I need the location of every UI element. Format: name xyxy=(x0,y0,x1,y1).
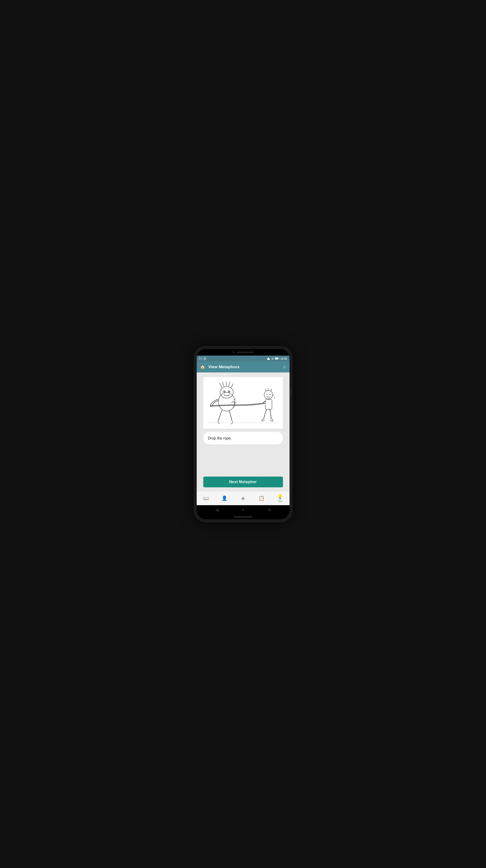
svg-line-17 xyxy=(229,382,230,386)
svg-point-35 xyxy=(270,394,270,395)
status-time: 12:52 xyxy=(281,357,287,360)
download-status-icon xyxy=(203,357,206,360)
metaphor-text-card: Drop the rope. xyxy=(203,432,283,445)
svg-rect-5 xyxy=(271,357,272,360)
notes-icon: 📋 xyxy=(259,495,264,501)
tips-label: Tips xyxy=(278,500,282,502)
image-status-icon xyxy=(199,357,202,360)
diamond-icon: ◈ xyxy=(241,495,245,501)
nav-item-notes[interactable]: 📋 xyxy=(252,495,271,501)
svg-rect-10 xyxy=(275,358,278,359)
phone-top-notch xyxy=(197,349,290,355)
nav-item-tips[interactable]: 💡 Tips xyxy=(271,494,289,502)
svg-point-30 xyxy=(264,391,273,399)
svg-point-21 xyxy=(224,391,225,392)
svg-rect-11 xyxy=(279,358,279,359)
back-button[interactable]: ◁ xyxy=(216,508,218,512)
app-bar-title: View Metaphors xyxy=(208,365,279,369)
svg-point-22 xyxy=(229,391,229,392)
android-nav-bar: ◁ ○ □ xyxy=(197,505,290,515)
tips-icon: 💡 xyxy=(277,494,283,500)
phone-frame: 12:52 🏠 View Metaphors ☆ xyxy=(194,346,292,522)
main-content: Drop the rope. Next Metaphor xyxy=(197,372,290,491)
metaphor-image-card xyxy=(203,377,283,429)
metaphor-text: Drop the rope. xyxy=(208,436,232,440)
star-icon[interactable]: ☆ xyxy=(283,365,286,370)
svg-line-8 xyxy=(273,358,274,358)
nav-item-diamond[interactable]: ◈ xyxy=(234,495,252,501)
phone-bottom-bar xyxy=(197,515,290,519)
phone-screen: 12:52 🏠 View Metaphors ☆ xyxy=(197,349,290,519)
person-icon: 👤 xyxy=(222,495,227,501)
next-metaphor-button[interactable]: Next Metaphor xyxy=(203,476,283,487)
svg-line-27 xyxy=(233,399,236,400)
status-bar: 12:52 xyxy=(197,355,290,362)
nav-item-profile[interactable]: 👤 xyxy=(215,495,234,501)
svg-line-18 xyxy=(231,384,233,388)
svg-line-14 xyxy=(220,383,222,388)
home-indicator xyxy=(234,517,253,517)
svg-marker-4 xyxy=(267,357,270,360)
status-right-icons: 12:52 xyxy=(267,357,287,360)
svg-line-33 xyxy=(271,389,272,391)
speaker-bar xyxy=(237,351,254,353)
camera-dot xyxy=(233,351,234,353)
bottom-nav: 📖 👤 ◈ 📋 💡 Tips xyxy=(197,491,290,505)
svg-rect-36 xyxy=(265,399,272,409)
svg-line-31 xyxy=(265,389,266,391)
home-button[interactable]: ○ xyxy=(242,508,244,512)
nav-item-learn[interactable]: 📖 xyxy=(197,495,215,501)
recent-button[interactable]: □ xyxy=(268,508,270,512)
home-icon[interactable]: 🏠 xyxy=(200,365,205,370)
svg-line-15 xyxy=(223,382,224,386)
metaphor-illustration xyxy=(205,379,281,426)
volume-button xyxy=(290,389,291,398)
svg-line-28 xyxy=(233,402,237,403)
status-left-icons xyxy=(199,357,206,360)
app-bar: 🏠 View Metaphors ☆ xyxy=(197,362,290,372)
svg-rect-6 xyxy=(272,358,273,360)
book-icon: 📖 xyxy=(203,495,209,501)
svg-point-34 xyxy=(266,394,267,395)
svg-rect-7 xyxy=(273,358,273,360)
